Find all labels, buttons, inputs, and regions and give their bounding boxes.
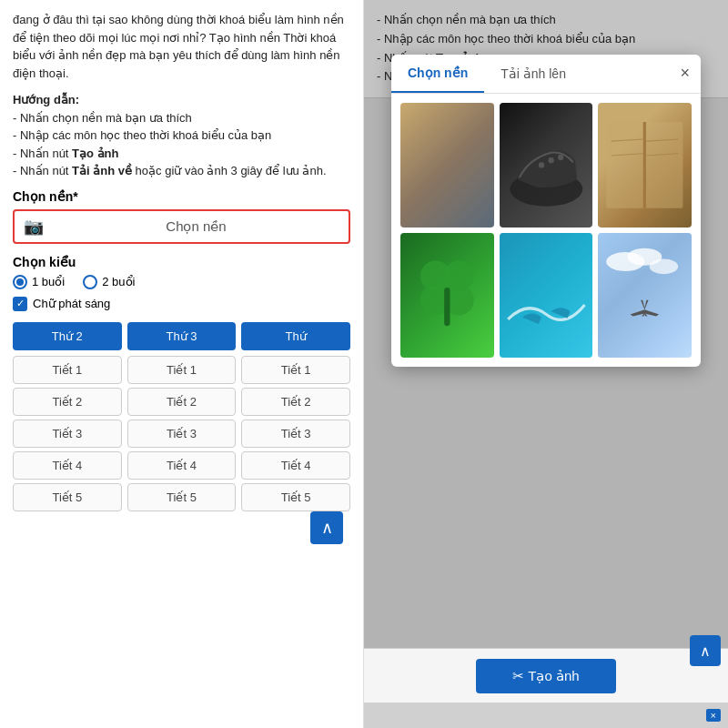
- chon-nen-section-label: Chọn nền*: [13, 189, 350, 204]
- intro-text: đang ở đâu thì tại sao không dùng thời k…: [13, 11, 350, 82]
- chon-nen-button-text: Chọn nền: [53, 218, 339, 235]
- clover-graphic: [400, 233, 494, 358]
- scroll-top-button-right[interactable]: ∧: [690, 635, 721, 666]
- svg-point-3: [558, 155, 563, 160]
- chu-phat-sang-row[interactable]: Chữ phát sáng: [13, 297, 350, 311]
- bottom-action-bar: ✂ Tạo ảnh: [364, 648, 728, 703]
- radio-1-buoi[interactable]: 1 buổi: [13, 275, 65, 289]
- tab-tai-anh-len[interactable]: Tải ảnh lên: [484, 56, 582, 92]
- ad-bar: ×: [364, 703, 728, 728]
- tiet-2-col2[interactable]: Tiết 2: [127, 388, 237, 416]
- instructions-block: Hướng dẫn: - Nhấn chọn nền mà bạn ưa thí…: [13, 91, 350, 180]
- svg-point-19: [650, 258, 679, 274]
- left-panel: đang ở đâu thì tại sao không dùng thời k…: [0, 0, 364, 728]
- tiet-row-5: Tiết 5 Tiết 5 Tiết 5: [13, 483, 350, 511]
- background-image-4[interactable]: [400, 233, 494, 358]
- radio-2-buoi[interactable]: 2 buổi: [83, 275, 135, 289]
- background-image-2[interactable]: [500, 103, 593, 228]
- tiet-2-col3[interactable]: Tiết 2: [241, 388, 350, 416]
- tiet-3-col3[interactable]: Tiết 3: [241, 420, 350, 448]
- svg-rect-15: [500, 233, 593, 358]
- tiet-5-col2[interactable]: Tiết 5: [127, 483, 237, 511]
- tiet-5-col1[interactable]: Tiết 5: [13, 483, 122, 511]
- day-btn-thu2[interactable]: Thứ 2: [13, 322, 122, 350]
- tiet-1-col2[interactable]: Tiết 1: [127, 356, 237, 384]
- background-image-3[interactable]: [598, 103, 692, 228]
- scroll-top-button-left[interactable]: ∧: [310, 511, 343, 544]
- svg-point-2: [548, 157, 553, 163]
- tiet-4-col3[interactable]: Tiết 4: [241, 451, 350, 480]
- tiet-3-col1[interactable]: Tiết 3: [13, 420, 122, 448]
- tiet-4-col2[interactable]: Tiết 4: [127, 451, 237, 480]
- right-panel: - Nhấn chọn nền mà bạn ưa thích - Nhập c…: [364, 0, 728, 728]
- tao-anh-button[interactable]: ✂ Tạo ảnh: [476, 659, 615, 693]
- chu-phat-sang-checkbox[interactable]: [13, 297, 27, 311]
- background-image-1[interactable]: [400, 103, 494, 228]
- instruction-4: - Nhấn nút Tải ảnh về hoặc giữ vào ảnh 3…: [13, 164, 327, 177]
- background-image-5[interactable]: [500, 233, 593, 358]
- tiet-1-col3[interactable]: Tiết 1: [241, 356, 350, 384]
- modal-dialog: Chọn nền Tải ảnh lên ×: [391, 55, 701, 367]
- radio-group: 1 buổi 2 buổi: [13, 275, 350, 289]
- tiet-4-col1[interactable]: Tiết 4: [13, 451, 122, 480]
- day-buttons-row: Thứ 2 Thứ 3 Thứ: [13, 322, 350, 350]
- tiet-3-col2[interactable]: Tiết 3: [127, 420, 237, 448]
- modal-overlay: Chọn nền Tải ảnh lên ×: [364, 0, 728, 673]
- radio-2-buoi-circle[interactable]: [83, 275, 97, 289]
- tiet-row-1: Tiết 1 Tiết 1 Tiết 1: [13, 356, 350, 384]
- sneaker-graphic: [500, 103, 593, 228]
- modal-close-button[interactable]: ×: [680, 64, 690, 83]
- modal-header: Chọn nền Tải ảnh lên ×: [391, 55, 701, 94]
- radio-1-buoi-circle[interactable]: [13, 275, 27, 289]
- instruction-2: - Nhập các môn học theo thời khoá biểu c…: [13, 128, 271, 142]
- tab-chon-nen[interactable]: Chọn nền: [391, 55, 484, 93]
- tiet-row-3: Tiết 3 Tiết 3 Tiết 3: [13, 420, 350, 448]
- tiet-row-2: Tiết 2 Tiết 2 Tiết 2: [13, 388, 350, 416]
- book-graphic: [598, 103, 692, 228]
- chon-nen-row[interactable]: 📷 Chọn nền: [13, 209, 350, 244]
- instruction-1: - Nhấn chọn nền mà bạn ưa thích: [13, 111, 192, 125]
- svg-point-1: [539, 162, 544, 167]
- ad-close-button[interactable]: ×: [701, 710, 721, 721]
- camera-icon: 📷: [24, 217, 44, 237]
- chon-kieu-label: Chọn kiểu: [13, 255, 350, 269]
- modal-body: [391, 94, 701, 367]
- tiet-row-4: Tiết 4 Tiết 4 Tiết 4: [13, 451, 350, 480]
- radio-1-buoi-label: 1 buổi: [32, 275, 65, 288]
- instruction-3: - Nhấn nút Tạo ảnh: [13, 147, 118, 160]
- tiet-1-col1[interactable]: Tiết 1: [13, 356, 122, 384]
- day-btn-thu[interactable]: Thứ: [241, 322, 350, 350]
- svg-rect-14: [444, 288, 450, 326]
- radio-2-buoi-label: 2 buổi: [102, 275, 135, 288]
- tiet-2-col1[interactable]: Tiết 2: [13, 388, 122, 416]
- background-image-6[interactable]: [598, 233, 692, 358]
- image-grid: [400, 103, 692, 358]
- dolphin-graphic: [500, 233, 593, 358]
- chu-phat-sang-label: Chữ phát sáng: [33, 297, 110, 310]
- tiet-5-col3[interactable]: Tiết 5: [241, 483, 350, 511]
- huong-dan-label: Hướng dẫn:: [13, 93, 79, 106]
- plane-graphic: [598, 233, 692, 358]
- day-btn-thu3[interactable]: Thứ 3: [127, 322, 237, 350]
